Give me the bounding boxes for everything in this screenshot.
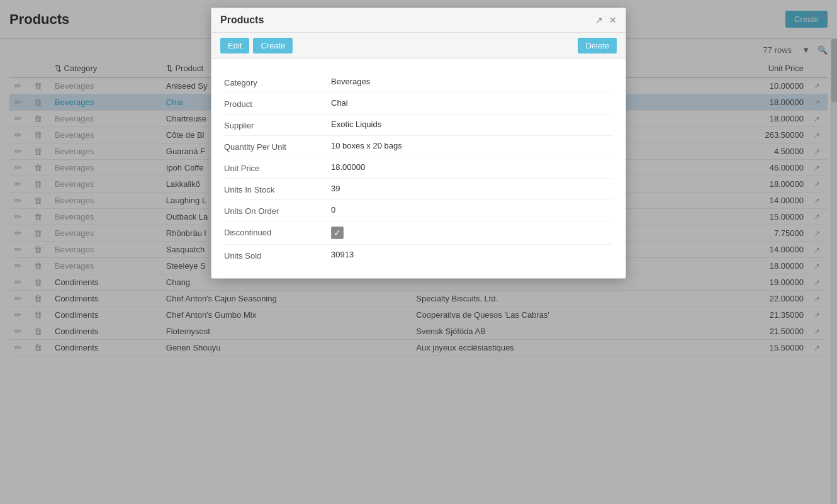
modal-title: Products xyxy=(220,14,264,26)
delete-button[interactable]: Delete xyxy=(578,38,617,53)
modal-field-row: Units On Order 0 xyxy=(224,200,613,221)
modal-toolbar-left: Edit Create xyxy=(220,38,293,53)
modal-close-icon[interactable]: ✕ xyxy=(609,15,617,25)
modal-field-row: Quantity Per Unit 10 boxes x 20 bags xyxy=(224,136,613,157)
modal-field-row: Category Beverages xyxy=(224,72,613,93)
field-value-unit-price: 18.00000 xyxy=(331,162,613,172)
modal-field-row: Supplier Exotic Liquids xyxy=(224,115,613,136)
field-value-quantity-per-unit: 10 boxes x 20 bags xyxy=(331,141,613,150)
modal-header: Products ↗ ✕ xyxy=(211,8,626,33)
modal-dialog: Products ↗ ✕ Edit Create Delete Category… xyxy=(211,8,626,279)
modal-header-icons: ↗ ✕ xyxy=(595,15,617,25)
page: Products Create 77 rows ▼ 🔍 ⇅ Category xyxy=(0,0,837,504)
edit-button[interactable]: Edit xyxy=(220,38,249,53)
modal-field-row: Product Chai xyxy=(224,93,613,115)
modal-field-row: Unit Price 18.00000 xyxy=(224,157,613,179)
field-label: Unit Price xyxy=(224,162,331,173)
field-label: Supplier xyxy=(224,120,331,130)
field-value-units-sold: 30913 xyxy=(331,250,613,259)
field-label: Product xyxy=(224,98,331,109)
field-label: Units On Order xyxy=(224,205,331,216)
modal-create-button[interactable]: Create xyxy=(253,38,293,53)
field-value-category: Beverages xyxy=(331,77,613,86)
field-label: Units Sold xyxy=(224,250,331,260)
field-label: Units In Stock xyxy=(224,184,331,194)
modal-field-row: Discontinued ✓ xyxy=(224,221,613,245)
field-value-units-on-order: 0 xyxy=(331,205,613,215)
field-label: Quantity Per Unit xyxy=(224,141,331,152)
modal-field-row: Units In Stock 39 xyxy=(224,179,613,200)
modal-field-row: Units Sold 30913 xyxy=(224,245,613,266)
checkbox-discontinued: ✓ xyxy=(331,227,344,239)
field-value-supplier: Exotic Liquids xyxy=(331,120,613,129)
field-value-product: Chai xyxy=(331,98,613,108)
field-value-units-in-stock: 39 xyxy=(331,184,613,193)
modal-body: Category Beverages Product Chai Supplier… xyxy=(211,59,626,278)
modal-expand-icon[interactable]: ↗ xyxy=(595,15,603,25)
field-label: Category xyxy=(224,77,331,87)
field-label: Discontinued xyxy=(224,227,331,237)
modal-toolbar: Edit Create Delete xyxy=(211,33,626,59)
